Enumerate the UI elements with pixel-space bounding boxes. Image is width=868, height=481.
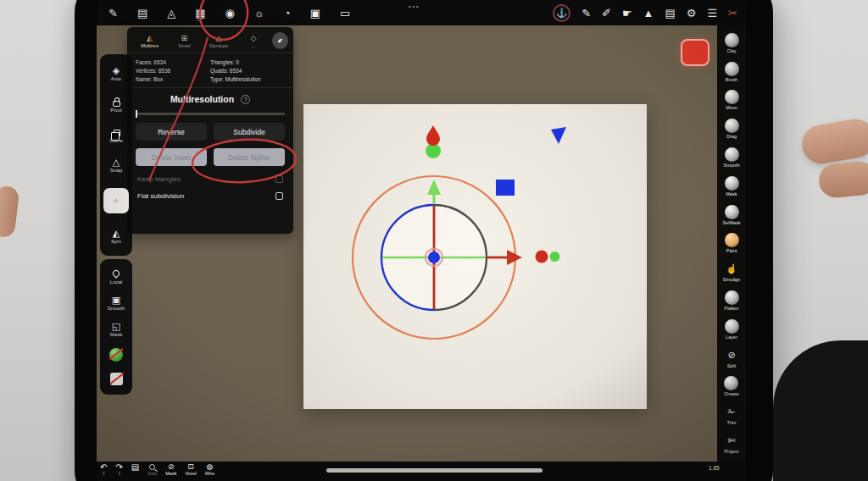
menu-icon[interactable]: ☰ <box>707 8 717 19</box>
tool-label: Layer <box>726 334 737 340</box>
tool-project[interactable]: ✄Project <box>724 434 738 454</box>
turntable-icon: ⚓ <box>556 8 568 18</box>
symmetry-icon[interactable]: ▲ <box>643 8 654 19</box>
tool-drag[interactable]: Drag <box>725 119 739 139</box>
right-hand-finger <box>799 116 868 167</box>
slider-handle[interactable] <box>136 110 137 118</box>
gizmo-red-dot-handle[interactable] <box>536 251 548 263</box>
photo-of-ipad: ✎ ▤ ◬ ▦ ◉ ☼ ◔ ▣ ▭ ••• ⚓ ✎ ✐ ☛ ▲ ▤ ⚙ ☰ ✂ <box>0 0 868 481</box>
lighting-icon[interactable]: ☼ <box>254 8 264 19</box>
tool-label: Clay <box>726 48 736 53</box>
brush-icon[interactable]: ✎ <box>108 8 118 19</box>
tool-label: Crease <box>724 391 739 396</box>
device-icon: ▤ <box>131 463 139 472</box>
gizmo-blue-square-handle[interactable] <box>496 180 515 196</box>
image-icon[interactable]: ▣ <box>310 8 320 19</box>
red-color-swatch[interactable] <box>681 39 709 66</box>
topology-icon[interactable]: ▦ <box>195 8 205 19</box>
stat-faces: Faces: 6534 <box>136 58 210 67</box>
material-icon[interactable]: ◉ <box>225 8 235 19</box>
tool-paint[interactable]: Paint <box>725 233 739 253</box>
stamp-icon[interactable]: ☛ <box>622 8 632 19</box>
flatten-sphere-icon <box>725 290 739 305</box>
trim-icon: ✁ <box>727 405 735 419</box>
split-icon: ⊘ <box>727 348 735 362</box>
tool-mask[interactable]: ◱ Mask <box>110 322 122 337</box>
solo-button[interactable]: Solo <box>147 463 157 476</box>
tool-smooth[interactable]: ▣ Smooth <box>108 296 125 311</box>
keep-triangles-checkbox[interactable] <box>275 175 283 183</box>
clone-icon <box>114 130 120 136</box>
settings-icon[interactable]: ⚙ <box>687 8 697 19</box>
tool-selmask[interactable]: SelMask <box>722 205 740 225</box>
spray-icon[interactable]: ✐ <box>602 8 611 19</box>
tool-smooth-brush[interactable]: Smooth <box>724 147 740 168</box>
tool-trim[interactable]: ✁Trim <box>727 405 737 425</box>
selmask-sphere-icon <box>725 205 739 219</box>
tool-layer[interactable]: Layer <box>725 319 739 340</box>
sym-icon: ◭ <box>113 229 120 238</box>
tool-clone[interactable]: Clone <box>109 128 123 143</box>
pin-button[interactable]: ✒ <box>272 32 288 49</box>
tool-label: Local <box>110 279 122 285</box>
gizmo-center-handle[interactable] <box>428 252 440 263</box>
background-icon[interactable]: ◔ <box>284 8 291 19</box>
topology-panel: ◭ Multires ⊞ Voxel ◬ Dyntopo ◇ ... ✒ <box>127 27 293 234</box>
scene-icon[interactable]: ◬ <box>167 8 175 19</box>
tool-gizmo-selected[interactable]: ⌖ <box>103 188 129 213</box>
home-indicator[interactable] <box>326 468 542 473</box>
no-texture-icon[interactable] <box>110 373 123 385</box>
device-button[interactable]: ▤ <box>131 463 139 472</box>
no-material-icon[interactable] <box>109 348 123 362</box>
mask-view-button[interactable]: ⊘ Mask <box>165 463 176 476</box>
tool-snap[interactable]: △ Snap <box>110 158 122 173</box>
tool-mask-brush[interactable]: Mask <box>725 176 739 196</box>
gizmo-green-arrow-head[interactable] <box>427 180 441 195</box>
tool-local[interactable]: Local <box>110 268 122 285</box>
wireframe-icon: ◍ <box>207 463 214 471</box>
tool-pivot[interactable]: Pivot <box>110 97 121 113</box>
wire-view-button[interactable]: ◍ Wire <box>205 463 214 476</box>
cut-icon[interactable]: ✂ <box>728 8 737 19</box>
tool-crease[interactable]: Crease <box>724 376 739 396</box>
files-icon[interactable]: ▤ <box>137 8 147 19</box>
tab-voxel[interactable]: ⊞ Voxel <box>167 34 202 48</box>
reverse-button[interactable]: Reverse <box>136 123 207 141</box>
drop-icon <box>111 269 120 279</box>
gizmo-red-cone-handle[interactable] <box>426 125 440 146</box>
gizmo-small-green-dot-handle[interactable] <box>550 252 560 262</box>
stat-type: Type: Multiresolution <box>210 75 285 84</box>
tool-split[interactable]: ⊘Split <box>727 348 737 368</box>
tool-label: Sym <box>111 239 121 244</box>
tab-more[interactable]: ◇ ... <box>236 34 271 48</box>
tool-label: Flatten <box>725 306 739 311</box>
tool-smudge[interactable]: ☝Smudge <box>723 262 741 282</box>
more-icon: ◇ <box>251 34 257 42</box>
delete-lower-button[interactable]: Delete lower <box>136 148 207 166</box>
stat-vertices: Vertices: 6536 <box>136 67 210 75</box>
tab-dyntopo[interactable]: ◬ Dyntopo <box>202 34 236 48</box>
flat-subdivision-label: Flat subdivision <box>137 192 184 200</box>
tool-auto[interactable]: ◈ Auto <box>111 66 121 81</box>
help-icon[interactable]: ? <box>241 95 250 104</box>
gizmo-blue-triangle-handle[interactable] <box>551 127 566 144</box>
flat-subdivision-checkbox[interactable] <box>275 192 283 200</box>
turntable-button[interactable]: ⚓ <box>553 4 570 22</box>
pencil-icon[interactable]: ✎ <box>581 8 591 19</box>
top-toolbar: ✎ ▤ ◬ ▦ ◉ ☼ ◔ ▣ ▭ ••• ⚓ ✎ ✐ ☛ ▲ ▤ ⚙ ☰ ✂ <box>97 0 746 25</box>
tool-sym[interactable]: ◭ Sym <box>111 229 121 244</box>
tool-clay[interactable]: Clay <box>725 33 739 53</box>
voxel-view-button[interactable]: ⊡ Voxel <box>185 463 196 476</box>
tab-label: Voxel <box>178 43 191 48</box>
camera-icon[interactable]: ▭ <box>340 8 350 19</box>
tool-move[interactable]: Move <box>725 90 739 110</box>
undo-button[interactable]: ↶ 3 <box>100 463 107 476</box>
subdivide-button[interactable]: Subdivide <box>214 123 285 141</box>
tool-brush[interactable]: Brush <box>725 62 739 82</box>
tool-flatten[interactable]: Flatten <box>725 290 739 311</box>
layers-icon[interactable]: ▤ <box>665 8 675 19</box>
multires-level-slider[interactable] <box>136 113 285 115</box>
redo-button[interactable]: ↷ 3 <box>115 463 122 476</box>
tab-multires[interactable]: ◭ Multires <box>132 34 167 48</box>
delete-higher-button[interactable]: Delete higher <box>214 148 285 166</box>
